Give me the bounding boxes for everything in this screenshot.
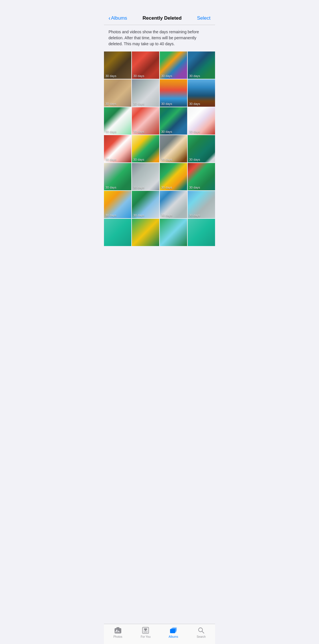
photo-cell-26[interactable]: [132, 219, 159, 246]
photo-days-24: 30 days: [189, 214, 200, 217]
photo-cell-4[interactable]: 30 days: [188, 51, 215, 79]
photo-days-21: 30 days: [105, 214, 116, 217]
select-button[interactable]: Select: [197, 15, 210, 21]
photo-days-13: 30 days: [105, 158, 116, 161]
photo-cell-15[interactable]: 30 days: [160, 135, 187, 162]
photo-days-1: 30 days: [105, 74, 116, 78]
photo-days-19: 30 days: [161, 186, 172, 189]
photo-days-10: 30 days: [133, 130, 144, 133]
photo-cell-16[interactable]: 30 days: [188, 135, 215, 162]
photo-cell-25[interactable]: [104, 219, 131, 246]
photo-cell-23[interactable]: 30 days: [160, 191, 187, 218]
photo-days-2: 30 days: [133, 74, 144, 78]
back-button[interactable]: ‹ Albums: [109, 15, 127, 21]
photo-days-11: 30 days: [161, 130, 172, 133]
nav-bar: ‹ Albums Recently Deleted Select: [104, 13, 215, 25]
photo-days-23: 30 days: [161, 214, 172, 217]
photo-days-8: 30 days: [189, 102, 200, 106]
photo-days-3: 30 days: [161, 74, 172, 78]
photo-days-6: 30 days: [133, 102, 144, 106]
back-label: Albums: [111, 15, 127, 21]
photo-cell-11[interactable]: 30 days: [160, 107, 187, 135]
photo-cell-3[interactable]: 30 days: [160, 51, 187, 79]
photo-days-7: 30 days: [161, 102, 172, 106]
photo-cell-19[interactable]: 30 days: [160, 163, 187, 190]
photo-days-16: 30 days: [189, 158, 200, 161]
photo-cell-24[interactable]: 30 days: [188, 191, 215, 218]
photo-cell-13[interactable]: 30 days: [104, 135, 131, 162]
info-banner: Photos and videos show the days remainin…: [104, 25, 215, 51]
photo-days-20: 30 days: [189, 186, 200, 189]
photo-days-15: 30 days: [161, 158, 172, 161]
photo-cell-5[interactable]: 30 days: [104, 79, 131, 107]
photo-cell-14[interactable]: 30 days: [132, 135, 159, 162]
photo-cell-17[interactable]: 30 days: [104, 163, 131, 190]
chevron-left-icon: ‹: [109, 15, 111, 21]
photo-cell-21[interactable]: 30 days: [104, 191, 131, 218]
photo-days-22: 30 days: [133, 214, 144, 217]
photo-days-17: 30 days: [105, 186, 116, 189]
photo-days-12: 30 days: [189, 130, 200, 133]
photo-days-9: 30 days: [105, 130, 116, 133]
photo-cell-1[interactable]: 30 days: [104, 51, 131, 79]
photo-cell-28[interactable]: [188, 219, 215, 246]
photo-cell-9[interactable]: 30 days: [104, 107, 131, 135]
photo-cell-2[interactable]: 30 days: [132, 51, 159, 79]
photo-cell-10[interactable]: 30 days: [132, 107, 159, 135]
photo-grid: 30 days30 days30 days30 days30 days30 da…: [104, 51, 215, 246]
status-bar: [104, 0, 215, 13]
photo-cell-8[interactable]: 30 days: [188, 79, 215, 107]
photo-days-14: 30 days: [133, 158, 144, 161]
photo-cell-6[interactable]: 30 days: [132, 79, 159, 107]
photo-cell-7[interactable]: 30 days: [160, 79, 187, 107]
photo-cell-20[interactable]: 30 days: [188, 163, 215, 190]
photo-cell-12[interactable]: 30 days: [188, 107, 215, 135]
photo-cell-22[interactable]: 30 days: [132, 191, 159, 218]
photo-days-18: 30 days: [133, 186, 144, 189]
info-text: Photos and videos show the days remainin…: [109, 30, 199, 46]
photo-cell-27[interactable]: [160, 219, 187, 246]
page-title: Recently Deleted: [143, 15, 182, 21]
photo-cell-18[interactable]: 30 days: [132, 163, 159, 190]
photo-days-4: 30 days: [189, 74, 200, 78]
photo-days-5: 30 days: [105, 102, 116, 106]
